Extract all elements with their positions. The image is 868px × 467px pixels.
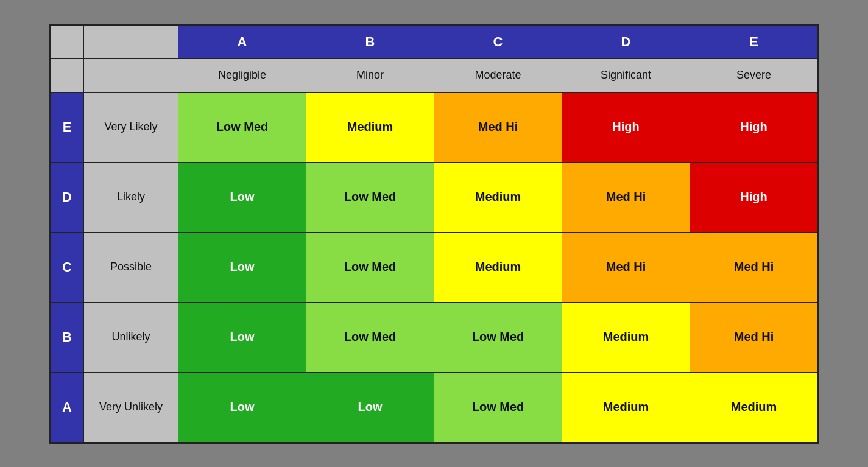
cell-c-0: Low (178, 232, 306, 302)
corner-desc-left (51, 58, 84, 92)
cell-e-1: Medium (306, 92, 434, 162)
col-header-letter-a: A (178, 25, 306, 58)
col-header-desc-b: Minor (306, 58, 434, 92)
cell-c-1: Low Med (306, 232, 434, 302)
cell-d-2: Medium (434, 162, 562, 232)
cell-a-1: Low (306, 372, 434, 442)
cell-d-1: Low Med (306, 162, 434, 232)
col-header-desc-a: Negligible (178, 58, 306, 92)
row-letter-a: A (51, 372, 84, 442)
cell-d-4: High (690, 162, 818, 232)
row-letter-e: E (51, 92, 84, 162)
row-label-c: Possible (84, 232, 178, 302)
col-header-desc-c: Moderate (434, 58, 562, 92)
cell-e-3: High (562, 92, 690, 162)
cell-c-4: Med Hi (690, 232, 818, 302)
col-header-letter-c: C (434, 25, 562, 58)
cell-b-0: Low (178, 302, 306, 372)
cell-c-3: Med Hi (562, 232, 690, 302)
cell-c-2: Medium (434, 232, 562, 302)
row-label-a: Very Unlikely (84, 372, 178, 442)
cell-e-0: Low Med (178, 92, 306, 162)
cell-d-3: Med Hi (562, 162, 690, 232)
row-label-e: Very Likely (84, 92, 178, 162)
cell-b-2: Low Med (434, 302, 562, 372)
col-header-letter-e: E (690, 25, 818, 58)
cell-b-1: Low Med (306, 302, 434, 372)
cell-b-4: Med Hi (690, 302, 818, 372)
row-label-d: Likely (84, 162, 178, 232)
cell-e-4: High (690, 92, 818, 162)
col-header-desc-d: Significant (562, 58, 690, 92)
col-header-letter-b: B (306, 25, 434, 58)
cell-a-4: Medium (690, 372, 818, 442)
cell-b-3: Medium (562, 302, 690, 372)
cell-e-2: Med Hi (434, 92, 562, 162)
row-label-b: Unlikely (84, 302, 178, 372)
cell-d-0: Low (178, 162, 306, 232)
risk-matrix: A B C D E Negligible Minor Moderate Sign… (49, 24, 819, 444)
col-header-letter-d: D (562, 25, 690, 58)
cell-a-2: Low Med (434, 372, 562, 442)
cell-a-0: Low (178, 372, 306, 442)
corner-top-left (51, 25, 84, 58)
row-letter-b: B (51, 302, 84, 372)
corner-desc-label (84, 58, 178, 92)
row-letter-c: C (51, 232, 84, 302)
col-header-desc-e: Severe (690, 58, 818, 92)
cell-a-3: Medium (562, 372, 690, 442)
corner-top-label (84, 25, 178, 58)
row-letter-d: D (51, 162, 84, 232)
